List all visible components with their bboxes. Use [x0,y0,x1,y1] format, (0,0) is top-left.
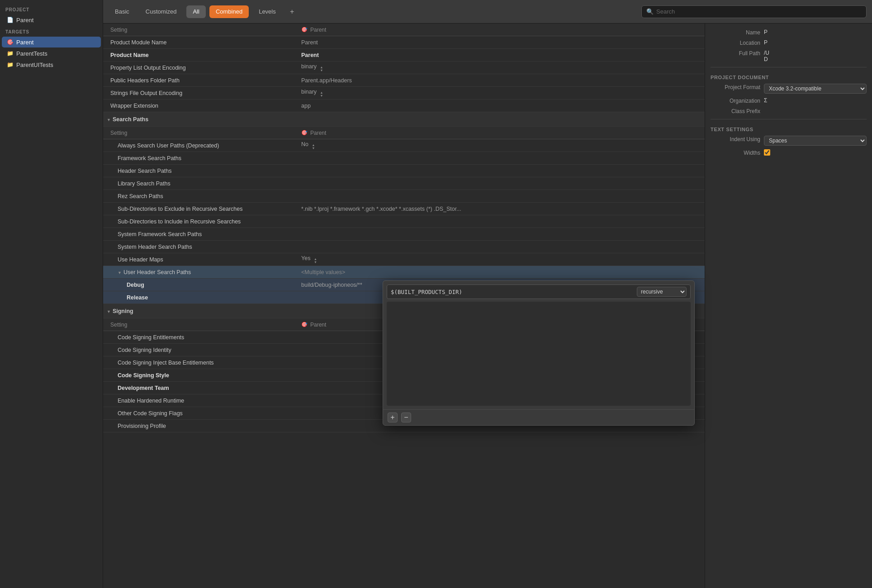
row-system-header-search[interactable]: System Header Search Paths [103,241,705,253]
rp-project-format-select[interactable]: Xcode 3.2-compatible Xcode 9.3-compatibl… [764,84,867,94]
rp-fullpath-row: Full Path /UD [711,50,867,62]
popup-remove-button[interactable]: − [401,413,411,422]
setting-value-product-module: Parent [298,39,705,46]
rp-widths-checkbox[interactable] [764,149,770,156]
row-library-search[interactable]: Library Search Paths [103,177,705,190]
rp-class-prefix-label: Class Prefix [711,108,760,114]
setting-name-library-search: Library Search Paths [103,180,298,187]
setting-name-rez-search: Rez Search Paths [103,193,298,199]
column-header-row: Setting 🎯 Parent [103,24,705,36]
setting-name-system-framework-search: System Framework Search Paths [103,231,298,237]
setting-name-provisioning-profile: Provisioning Profile [103,423,298,429]
row-wrapper-ext[interactable]: Wrapper Extension app [103,100,705,112]
tab-combined[interactable]: Combined [209,5,249,18]
rp-text-settings-title: Text Settings [711,127,867,132]
row-product-name[interactable]: Product Name Parent [103,49,705,62]
rp-location-value: P [764,39,867,46]
tab-levels[interactable]: Levels [252,5,282,18]
popup-content: recursive non-recursive [383,281,694,409]
sidebar-parentuitests-label: ParentUITests [16,62,53,68]
setting-name-exclude-subdirs: Sub-Directories to Exclude in Recursive … [103,206,298,212]
tab-customized[interactable]: Customized [139,5,183,18]
setting-name-code-signing-inject: Code Signing Inject Base Entitlements [103,360,298,366]
setting-name-user-header-search: User Header Search Paths [103,269,298,275]
setting-name-product-module: Product Module Name [103,39,298,46]
setting-name-use-header-maps: Use Header Maps [103,256,298,263]
popup-add-button[interactable]: + [388,413,398,422]
row-always-search[interactable]: Always Search User Paths (Deprecated) No… [103,139,705,152]
rp-indent-using-row: Indent Using Spaces Tabs [711,136,867,146]
col-header-parent: 🎯 Parent [298,27,330,33]
row-framework-search[interactable]: Framework Search Paths [103,152,705,165]
setting-name-header-search: Header Search Paths [103,168,298,174]
add-tab-button[interactable]: + [286,5,299,18]
rp-widths-value [764,149,867,157]
setting-value-strings-encoding: binary ▲▼ [298,89,705,97]
setting-value-always-search: No ▲▼ [298,141,705,150]
folder-icon-uitests: 📁 [6,61,14,68]
sidebar-item-parent[interactable]: 🎯 Parent [2,37,101,47]
rp-organization-row: Organization Σ [711,97,867,104]
setting-name-code-signing-style: Code Signing Style [103,372,298,379]
sidebar-parent-label: Parent [16,39,33,46]
setting-name-wrapper-ext: Wrapper Extension [103,103,298,109]
row-system-framework-search[interactable]: System Framework Search Paths [103,228,705,241]
row-public-headers[interactable]: Public Headers Folder Path Parent.app/He… [103,74,705,87]
row-rez-search[interactable]: Rez Search Paths [103,190,705,203]
popup-recursive-select[interactable]: recursive non-recursive [637,287,687,297]
rp-fullpath-value: /UD [764,50,867,62]
rp-name-value: P [764,29,867,35]
rp-name-row: Name P [711,29,867,36]
search-icon: 🔍 [646,8,654,15]
setting-name-include-subdirs: Sub-Directories to Include in Recursive … [103,218,298,225]
sidebar-item-project[interactable]: 📄 Parent [2,14,101,25]
rp-divider-1 [711,67,867,67]
folder-icon-tests: 📁 [6,50,14,57]
rp-project-format-value: Xcode 3.2-compatible Xcode 9.3-compatibl… [764,84,867,94]
popup-empty-area [387,302,691,406]
setting-value-use-header-maps: Yes ▲▼ [298,255,705,264]
tab-basic[interactable]: Basic [109,5,136,18]
sidebar-item-parentuitests[interactable]: 📁 ParentUITests [2,59,101,70]
row-user-header-search[interactable]: User Header Search Paths <Multiple value… [103,266,705,279]
row-exclude-subdirs[interactable]: Sub-Directories to Exclude in Recursive … [103,203,705,215]
setting-name-product-name: Product Name [103,52,298,58]
section-search-paths[interactable]: Search Paths [103,112,705,127]
search-input[interactable] [656,8,862,15]
row-product-module-name[interactable]: Product Module Name Parent [103,36,705,49]
rp-organization-value: Σ [764,97,867,104]
setting-name-strings-encoding: Strings File Output Encoding [103,90,298,96]
row-strings-encoding[interactable]: Strings File Output Encoding binary ▲▼ [103,87,705,100]
row-include-subdirs[interactable]: Sub-Directories to Include in Recursive … [103,215,705,228]
main-area: Basic Customized All Combined Levels + 🔍… [103,0,872,588]
setting-value-plist-encoding: binary ▲▼ [298,63,705,72]
setting-name-enable-hardened: Enable Hardened Runtime [103,398,298,404]
setting-name-debug: Debug [103,282,298,288]
rp-name-label: Name [711,29,760,36]
sidebar-item-parenttests[interactable]: 📁 ParentTests [2,48,101,59]
rp-fullpath-label: Full Path [711,50,760,57]
section-search-paths-title: Search Paths [103,116,298,123]
toolbar: Basic Customized All Combined Levels + 🔍 [103,0,872,24]
rp-divider-2 [711,119,867,119]
rp-widths-row: Widths [711,149,867,157]
rp-indent-using-value: Spaces Tabs [764,136,867,146]
row-use-header-maps[interactable]: Use Header Maps Yes ▲▼ [103,253,705,266]
setting-name-development-team: Development Team [103,385,298,391]
sidebar: PROJECT 📄 Parent TARGETS 🎯 Parent 📁 Pare… [0,0,103,588]
row-header-search[interactable]: Header Search Paths [103,165,705,177]
rp-location-row: Location P [711,39,867,46]
tab-all[interactable]: All [186,5,205,18]
popup-path-input[interactable] [391,289,633,295]
row-plist-output-encoding[interactable]: Property List Output Encoding binary ▲▼ [103,62,705,74]
rp-location-label: Location [711,39,760,46]
setting-name-public-headers: Public Headers Folder Path [103,77,298,84]
search-paths-col-header: Setting 🎯 Parent [103,127,705,139]
search-box: 🔍 [641,5,867,18]
col-header-setting: Setting [103,27,298,33]
sidebar-parenttests-label: ParentTests [16,50,47,57]
popup-toolbar: + − [383,409,694,425]
rp-indent-using-select[interactable]: Spaces Tabs [764,136,867,146]
popup-input-row: recursive non-recursive [387,285,691,299]
right-panel: Name P Location P Full Path /UD Project … [705,24,872,588]
